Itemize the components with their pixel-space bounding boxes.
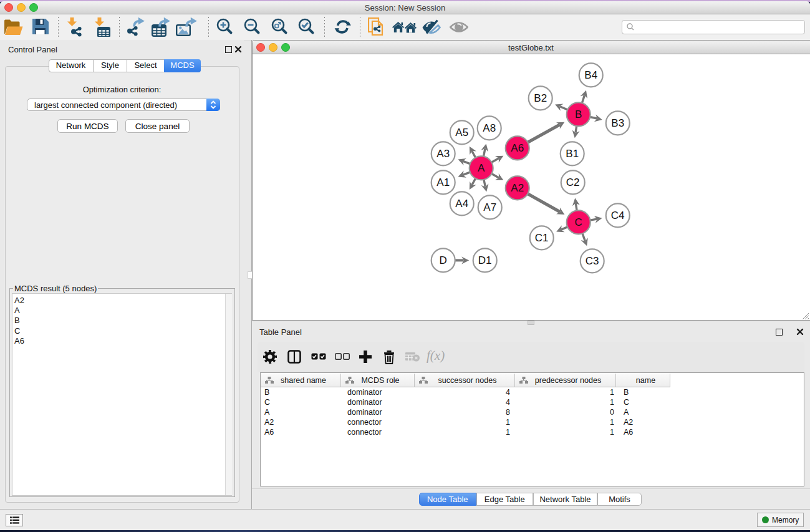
svg-text:A6: A6: [511, 142, 524, 154]
svg-text:C3: C3: [586, 255, 599, 267]
svg-text:A4: A4: [455, 198, 468, 210]
svg-text:D1: D1: [478, 254, 492, 266]
svg-text:B4: B4: [584, 69, 597, 81]
svg-text:C4: C4: [611, 210, 625, 221]
svg-text:C2: C2: [566, 177, 580, 188]
svg-text:A2: A2: [511, 182, 524, 194]
svg-text:C: C: [575, 216, 582, 228]
svg-text:B: B: [575, 109, 582, 120]
svg-text:A1: A1: [436, 177, 450, 188]
svg-text:B2: B2: [534, 92, 547, 104]
svg-text:A7: A7: [483, 201, 496, 213]
svg-text:B1: B1: [566, 148, 579, 160]
svg-text:A5: A5: [455, 127, 468, 138]
svg-text:D: D: [440, 254, 447, 266]
svg-text:A3: A3: [436, 148, 450, 160]
svg-text:B3: B3: [611, 117, 624, 129]
svg-text:A8: A8: [483, 122, 496, 134]
svg-text:A: A: [478, 162, 485, 174]
svg-text:C1: C1: [535, 232, 549, 244]
